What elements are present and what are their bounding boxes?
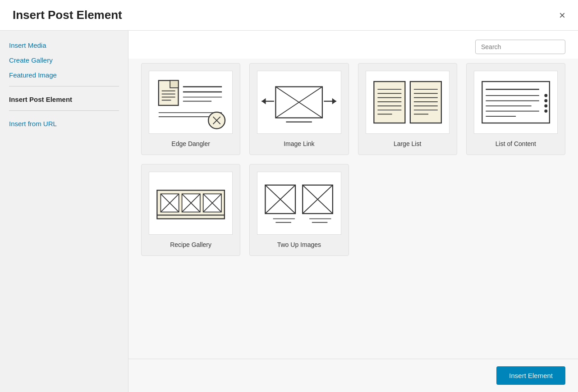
modal-footer: Insert Element — [128, 359, 578, 392]
grid-item-label-image-link: Image Link — [284, 140, 314, 147]
sidebar-divider — [9, 86, 119, 87]
sidebar-item-featured-image[interactable]: Featured Image — [9, 71, 119, 79]
svg-point-49 — [544, 109, 547, 113]
svg-rect-23 — [374, 82, 405, 123]
svg-marker-16 — [262, 98, 266, 105]
grid-area: Edge Dangler — [128, 59, 578, 359]
sidebar-section-title: Insert Post Element — [9, 96, 119, 103]
grid-item-list-of-content[interactable]: List of Content — [466, 63, 565, 155]
grid-item-two-up-images[interactable]: Two Up Images — [249, 164, 349, 256]
grid-item-preview-image-link — [257, 71, 341, 134]
grid-item-large-list[interactable]: Large List — [358, 63, 457, 155]
svg-point-47 — [544, 99, 547, 102]
grid-item-image-link[interactable]: Image Link — [249, 63, 349, 155]
grid-placeholder-4 — [466, 164, 565, 256]
grid-item-label-two-up-images: Two Up Images — [277, 241, 321, 248]
modal-title: Insert Post Element — [13, 8, 122, 22]
grid-row2: Recipe Gallery — [141, 164, 565, 256]
svg-point-48 — [544, 105, 547, 108]
search-bar — [128, 31, 578, 59]
search-input[interactable] — [475, 40, 565, 54]
main-content: Edge Dangler — [128, 31, 578, 392]
grid-item-label-recipe-gallery: Recipe Gallery — [170, 241, 211, 248]
sidebar: Insert Media Create Gallery Featured Ima… — [0, 31, 128, 392]
grid-item-label-edge-dangler: Edge Dangler — [171, 140, 210, 147]
grid-placeholder-3 — [358, 164, 457, 256]
svg-marker-21 — [332, 98, 336, 105]
close-button[interactable]: × — [559, 10, 565, 21]
svg-marker-1 — [170, 81, 178, 88]
modal-header: Insert Post Element × — [0, 0, 578, 31]
modal-overlay: Insert Post Element × Insert Media Creat… — [0, 0, 578, 392]
grid-item-preview-recipe-gallery — [149, 172, 233, 235]
insert-element-button[interactable]: Insert Element — [496, 366, 565, 385]
grid-item-label-list-of-content: List of Content — [495, 140, 536, 147]
modal-body: Insert Media Create Gallery Featured Ima… — [0, 31, 578, 392]
sidebar-item-insert-media[interactable]: Insert Media — [9, 41, 119, 49]
grid-item-recipe-gallery[interactable]: Recipe Gallery — [141, 164, 240, 256]
modal: Insert Post Element × Insert Media Creat… — [0, 0, 578, 392]
svg-point-46 — [544, 94, 547, 97]
svg-rect-39 — [482, 82, 550, 123]
sidebar-item-create-gallery[interactable]: Create Gallery — [9, 56, 119, 64]
svg-rect-24 — [410, 82, 441, 123]
grid-item-preview-edge-dangler — [149, 71, 233, 134]
grid-item-label-large-list: Large List — [394, 140, 421, 147]
grid-row1: Edge Dangler — [141, 63, 565, 155]
grid-item-preview-two-up-images — [257, 172, 341, 235]
sidebar-divider2 — [9, 110, 119, 111]
grid-item-preview-large-list — [366, 71, 450, 134]
grid-item-edge-dangler[interactable]: Edge Dangler — [141, 63, 240, 155]
grid-item-preview-list-of-content — [474, 71, 558, 134]
sidebar-item-insert-from-url[interactable]: Insert from URL — [9, 120, 119, 128]
